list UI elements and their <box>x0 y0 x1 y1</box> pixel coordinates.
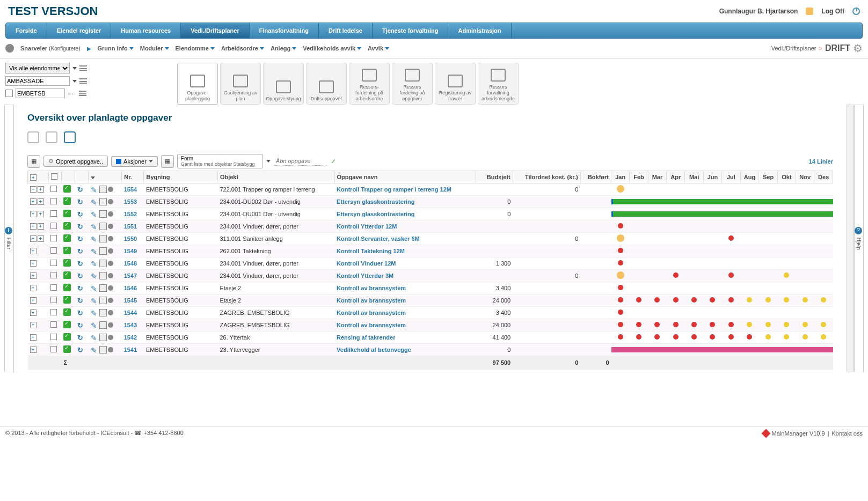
row-nr[interactable]: 1542 <box>122 331 144 344</box>
row-checkbox[interactable] <box>50 272 57 278</box>
row-nr[interactable]: 1551 <box>122 220 144 233</box>
row-nr[interactable]: 1549 <box>122 245 144 257</box>
logoff-link[interactable]: Log Off <box>821 8 844 15</box>
expand-icon[interactable]: + <box>30 186 37 193</box>
row-oppgave[interactable]: Kontroll Ytterdør 12M <box>334 220 476 233</box>
form-icon-button[interactable]: ▦ <box>161 155 174 168</box>
expand-icon[interactable]: + <box>30 334 37 341</box>
expand-icon[interactable]: + <box>30 347 37 353</box>
refresh-icon[interactable] <box>77 297 85 304</box>
col-oppgave[interactable]: Oppgave navn <box>334 171 476 183</box>
subnav-eiendomme[interactable]: Eiendomme <box>176 45 215 51</box>
list-icon[interactable] <box>79 78 87 84</box>
edit-icon[interactable] <box>91 186 98 193</box>
row-oppgave[interactable]: Kontroll Taktekning 12M <box>334 245 476 257</box>
create-task-button[interactable]: ⚙Opprett oppgave.. <box>43 156 108 167</box>
row-oppgave[interactable]: Kontroll Servanter, vasker 6M <box>334 233 476 245</box>
refresh-icon[interactable] <box>77 272 85 279</box>
calendar-icon[interactable] <box>99 321 107 329</box>
contact-link[interactable]: Kontakt oss <box>832 430 863 437</box>
row-oppgave[interactable]: Ettersyn glasskontrastering <box>334 208 476 220</box>
tool-ressursfordelningparbeidsordre[interactable]: Ressurs-fordelning på arbeidsordre <box>349 63 390 105</box>
row-checkbox[interactable] <box>50 260 57 266</box>
property-select[interactable]: Vis alle eiendommer <box>5 63 70 73</box>
row-nr[interactable]: 1550 <box>122 233 144 245</box>
refresh-icon[interactable] <box>77 223 85 230</box>
calendar-icon[interactable] <box>99 198 107 205</box>
row-nr[interactable]: 1543 <box>122 319 144 331</box>
refresh-icon[interactable] <box>77 321 85 329</box>
edit-icon[interactable] <box>91 223 98 230</box>
refresh-icon[interactable] <box>77 334 85 341</box>
select-all-checkbox[interactable] <box>51 173 57 180</box>
expand-icon[interactable]: + <box>30 198 37 205</box>
tool-ressursforvaltningarbeidsmengde[interactable]: Ressurs forvaltning arbeidsmengde <box>478 63 519 105</box>
col-bokfort[interactable]: Bokført <box>580 171 611 183</box>
nav-tab-humanresources[interactable]: Human resources <box>111 23 181 38</box>
nav-tab-forside[interactable]: Forside <box>6 23 47 38</box>
row-checkbox[interactable] <box>50 223 57 229</box>
calendar-icon[interactable] <box>99 346 107 353</box>
db-icon[interactable] <box>27 131 39 143</box>
row-oppgave[interactable]: Vedlikehold af betonvegge <box>334 344 476 356</box>
expand-icon[interactable]: + <box>38 235 44 242</box>
row-nr[interactable]: 1547 <box>122 270 144 282</box>
calendar-icon[interactable] <box>64 131 76 143</box>
search-input[interactable] <box>274 157 327 166</box>
row-oppgave[interactable]: Kontroll av brannsystem <box>334 319 476 331</box>
ambassade-input[interactable] <box>5 76 70 86</box>
calendar-icon[interactable] <box>99 272 107 279</box>
expand-all-icon[interactable]: + <box>30 174 37 181</box>
expand-icon[interactable]: + <box>30 211 37 217</box>
subnav-arbeidsordre[interactable]: Arbeidsordre <box>221 45 264 51</box>
expand-icon[interactable]: + <box>30 310 37 316</box>
row-oppgave[interactable]: Rensing af takrender <box>334 331 476 344</box>
nav-tab-administrasjon[interactable]: Administrasjon <box>448 23 511 38</box>
dropdown-icon[interactable] <box>266 160 271 163</box>
row-oppgave[interactable]: Kontroll Ytterdør 3M <box>334 270 476 282</box>
row-checkbox[interactable] <box>50 284 57 291</box>
sort-icon[interactable] <box>91 176 95 179</box>
calendar-icon[interactable] <box>99 210 107 218</box>
row-oppgave[interactable]: Kontroll av brannsystem <box>334 282 476 294</box>
col-nr[interactable]: Nr. <box>122 171 144 183</box>
row-checkbox[interactable] <box>50 334 57 340</box>
edit-icon[interactable] <box>91 321 98 329</box>
edit-icon[interactable] <box>91 247 98 255</box>
refresh-icon[interactable] <box>77 186 85 193</box>
nav-tab-finansforvaltning[interactable]: Finansforvaltning <box>250 23 319 38</box>
refresh-icon[interactable] <box>77 346 85 353</box>
actions-button[interactable]: Aksjoner <box>111 156 158 167</box>
expand-icon[interactable]: + <box>38 211 44 217</box>
nav-tab-eiendelregister[interactable]: Eiendel register <box>47 23 112 38</box>
refresh-icon[interactable] <box>77 284 85 292</box>
col-objekt[interactable]: Objekt <box>217 171 334 183</box>
shortcuts-link[interactable]: Snarveier(Konfigurere) <box>20 45 81 51</box>
row-nr[interactable]: 1545 <box>122 294 144 307</box>
row-checkbox[interactable] <box>50 309 57 315</box>
calendar-icon[interactable] <box>99 260 107 267</box>
expand-icon[interactable]: + <box>30 235 37 242</box>
row-oppgave[interactable]: Ettersyn glasskontrastering <box>334 196 476 208</box>
nav-tab-vedldriftsplaner[interactable]: Vedl./Driftsplaner <box>181 23 249 38</box>
row-nr[interactable]: 1554 <box>122 183 144 196</box>
edit-icon[interactable] <box>91 260 98 267</box>
refresh-icon[interactable] <box>77 247 85 255</box>
expand-icon[interactable]: + <box>30 297 37 304</box>
list-icon[interactable] <box>79 65 87 71</box>
row-oppgave[interactable]: Kontroll av brannsystem <box>334 307 476 319</box>
row-nr[interactable]: 1546 <box>122 282 144 294</box>
edit-icon[interactable] <box>91 334 98 341</box>
scrollbar[interactable] <box>847 105 854 372</box>
tool-registreringavfravr[interactable]: Registrering av fravær <box>435 63 476 105</box>
embetsb-input[interactable] <box>16 89 65 98</box>
edit-icon[interactable] <box>91 198 98 205</box>
edit-icon[interactable] <box>91 284 98 292</box>
breadcrumb-parent[interactable]: Vedl./Driftsplaner <box>771 45 816 51</box>
calendar-icon[interactable] <box>99 334 107 341</box>
tool-ressursfordelingpoppgaver[interactable]: Ressurs fordeling på oppgaver <box>392 63 433 105</box>
row-checkbox[interactable] <box>50 210 57 217</box>
expand-icon[interactable]: + <box>30 260 37 267</box>
tool-oppgavestyring[interactable]: Oppgave styring <box>263 63 304 105</box>
expand-icon[interactable]: + <box>38 223 44 230</box>
